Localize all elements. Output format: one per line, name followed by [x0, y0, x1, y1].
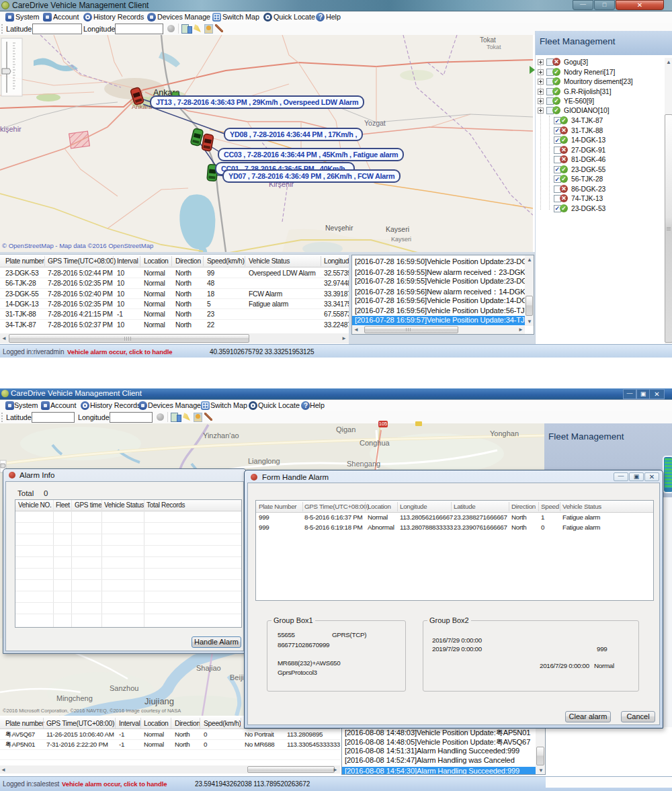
svg-text:Mingcheng: Mingcheng: [56, 694, 93, 702]
svg-text:Kayseri: Kayseri: [391, 236, 411, 243]
svg-text:Yonghan: Yonghan: [490, 429, 519, 438]
svg-text:Tokat: Tokat: [487, 44, 501, 50]
svg-text:Lianglong: Lianglong: [248, 457, 280, 465]
svg-text:Shengang: Shengang: [347, 460, 380, 468]
svg-text:kişehir: kişehir: [0, 125, 22, 133]
svg-text:Jiujiang: Jiujiang: [144, 696, 174, 706]
svg-text:Conghua: Conghua: [360, 439, 390, 447]
svg-text:Yinzhan'ao: Yinzhan'ao: [203, 431, 239, 440]
svg-text:© OpenStreetMap - Map data ©20: © OpenStreetMap - Map data ©2016 OpenStr…: [2, 242, 153, 249]
svg-text:©2016 Microsoft Corporation, ©: ©2016 Microsoft Corporation, ©2016 NAVTE…: [3, 708, 181, 714]
svg-text:Tokat: Tokat: [480, 36, 496, 44]
svg-text:Nevşehir: Nevşehir: [325, 224, 353, 232]
svg-text:Qigan: Qigan: [336, 425, 355, 433]
svg-text:Kayseri: Kayseri: [386, 225, 409, 233]
svg-text:Shajiao: Shajiao: [196, 664, 221, 672]
svg-text:Yozgat: Yozgat: [364, 119, 386, 127]
svg-text:Sanzhou: Sanzhou: [110, 684, 138, 692]
